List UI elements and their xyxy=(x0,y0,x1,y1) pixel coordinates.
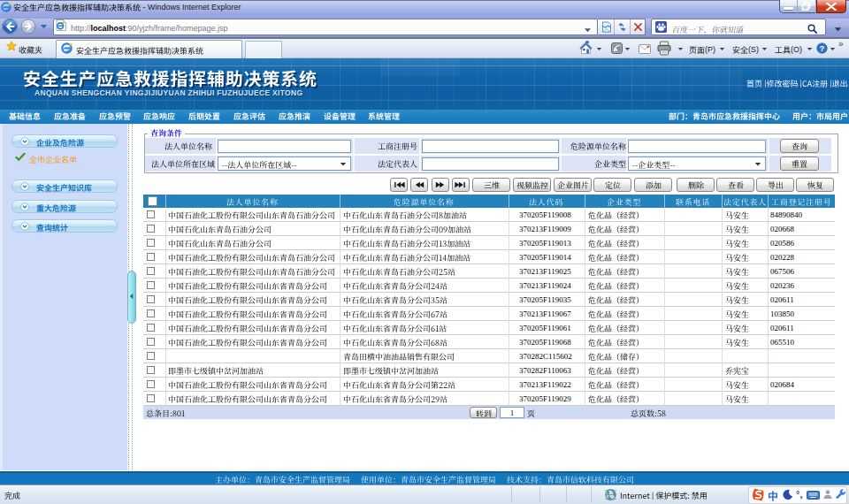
svg-text:?: ? xyxy=(820,44,824,53)
